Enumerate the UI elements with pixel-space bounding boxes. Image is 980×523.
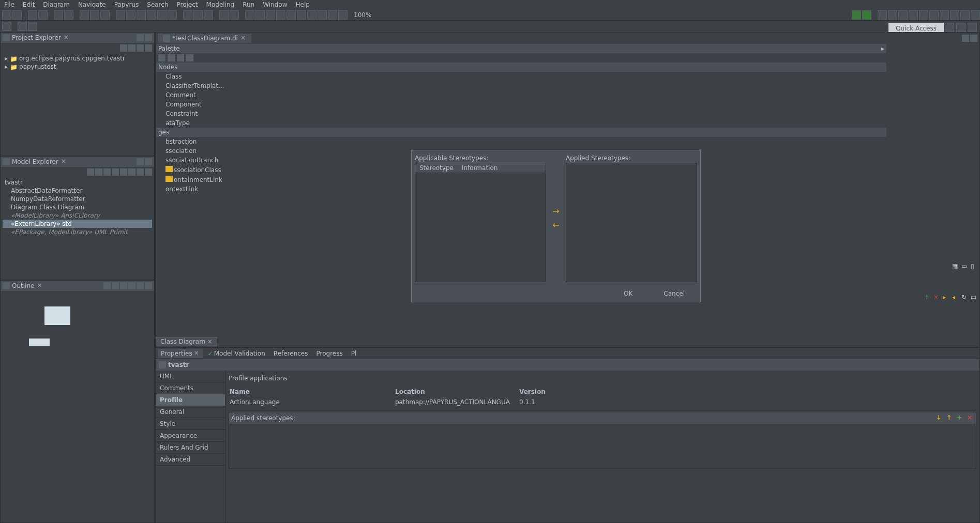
add-icon[interactable]: +	[924, 294, 931, 301]
project-tree[interactable]: ▸ 📁org.eclipse.papyrus.cppgen.tvastr ▸ 📁…	[1, 53, 154, 156]
tree-item[interactable]: AbstractDataFormatter	[3, 187, 152, 195]
minimize-icon[interactable]	[137, 282, 144, 289]
tab-pl[interactable]: Pl	[348, 349, 360, 358]
menu-edit[interactable]: Edit	[20, 1, 38, 8]
menu-window[interactable]: Window	[260, 1, 290, 8]
marquee-icon[interactable]	[168, 54, 175, 61]
tree-item[interactable]: NumpyDataReformatter	[3, 195, 152, 203]
add-icon[interactable]: +	[955, 413, 963, 422]
zoom-level[interactable]: 100%	[354, 11, 371, 19]
tab-validation[interactable]: ✓ Model Validation	[205, 349, 268, 358]
toolbar-icon[interactable]: ▦	[952, 263, 959, 270]
toolbar-button[interactable]	[287, 10, 296, 20]
nav-back-icon[interactable]	[852, 10, 861, 20]
toolbar-button[interactable]	[971, 10, 980, 20]
ptab-advanced[interactable]: Advanced	[156, 454, 225, 466]
minimize-icon[interactable]	[137, 34, 144, 41]
toolbar-button[interactable]	[54, 10, 63, 20]
filter-icon[interactable]	[137, 44, 144, 52]
toolbar-button[interactable]	[898, 10, 908, 20]
toolbar-button[interactable]	[90, 10, 99, 20]
menu-project[interactable]: Project	[174, 1, 201, 8]
toolbar-button[interactable]	[2, 10, 11, 20]
toolbar-button[interactable]	[183, 10, 192, 20]
toolbar-button[interactable]	[888, 10, 897, 20]
applicable-list[interactable]: Stereotype Information	[415, 163, 546, 282]
toolbar-button[interactable]	[266, 10, 275, 20]
maximize-icon[interactable]	[970, 35, 977, 42]
menu-papyrus[interactable]: Papyrus	[111, 1, 142, 8]
toolbar-button[interactable]	[2, 22, 11, 31]
apply-arrow-icon[interactable]: →	[552, 206, 559, 216]
nav-icon[interactable]: ▸	[943, 294, 950, 301]
close-icon[interactable]: ×	[207, 338, 213, 345]
menu-search[interactable]: Search	[144, 1, 171, 8]
toolbar-icon[interactable]	[120, 168, 127, 176]
applied-list[interactable]	[566, 163, 697, 282]
perspective-button[interactable]	[956, 23, 966, 32]
toolbar-button[interactable]	[147, 10, 156, 20]
ptab-style[interactable]: Style	[156, 418, 225, 430]
toolbar-icon[interactable]	[128, 168, 135, 176]
tree-item[interactable]: ▸ 📁org.eclipse.papyrus.cppgen.tvastr	[3, 54, 152, 63]
ptab-appearance[interactable]: Appearance	[156, 430, 225, 442]
toolbar-button[interactable]	[950, 10, 959, 20]
tab-progress[interactable]: Progress	[313, 349, 346, 358]
ptab-uml[interactable]: UML	[156, 371, 225, 382]
ptab-comments[interactable]: Comments	[156, 382, 225, 394]
diagram-tab[interactable]: Class Diagram ×	[156, 337, 217, 346]
close-icon[interactable]: ×	[36, 283, 42, 289]
ok-button[interactable]: OK	[624, 290, 632, 297]
tree-item[interactable]: «EPackage, ModelLibrary» UML Primit	[3, 228, 152, 236]
toolbar-icon[interactable]	[128, 282, 135, 289]
toolbar-button[interactable]	[80, 10, 89, 20]
profile-table[interactable]: Name Location Version ActionLanguage pat…	[229, 386, 976, 407]
toolbar-button[interactable]	[126, 10, 135, 20]
toolbar-button[interactable]	[204, 10, 213, 20]
tree-item[interactable]: Diagram Class Diagram	[3, 203, 152, 211]
maximize-icon[interactable]: ▯	[971, 263, 978, 270]
toolbar-button[interactable]	[929, 10, 939, 20]
minimize-icon[interactable]: ▭	[961, 263, 969, 270]
cancel-button[interactable]: Cancel	[664, 290, 685, 297]
menu-navigate[interactable]: Navigate	[75, 1, 109, 8]
perspective-switcher[interactable]	[945, 23, 977, 32]
palette-item-datatype[interactable]: ataType	[156, 118, 886, 128]
ptab-general[interactable]: General	[156, 406, 225, 418]
toolbar-button[interactable]	[38, 10, 48, 20]
toolbar-button[interactable]	[909, 10, 918, 20]
toolbar-button[interactable]	[245, 10, 254, 20]
chevron-right-icon[interactable]: ▸	[881, 45, 884, 52]
perspective-button[interactable]	[945, 23, 954, 32]
menu-diagram[interactable]: Diagram	[40, 1, 73, 8]
toolbar-button[interactable]	[297, 10, 306, 20]
table-row[interactable]: ActionLanguage	[229, 397, 394, 407]
palette-item-constraint[interactable]: Constraint	[156, 109, 886, 118]
toolbar-button[interactable]	[338, 10, 348, 20]
outline-canvas[interactable]	[1, 291, 154, 522]
palette-category-edges[interactable]: ges	[156, 128, 886, 137]
toolbar-button[interactable]	[318, 10, 327, 20]
perspective-button[interactable]	[968, 23, 977, 32]
maximize-icon[interactable]	[145, 282, 152, 289]
toolbar-button[interactable]	[193, 10, 203, 20]
toolbar-button[interactable]	[307, 10, 316, 20]
toolbar-icon[interactable]	[145, 168, 152, 176]
toolbar-button[interactable]	[219, 10, 229, 20]
toolbar-icon[interactable]: ▭	[971, 294, 978, 301]
close-icon[interactable]: ×	[193, 350, 200, 357]
toolbar-button[interactable]	[276, 10, 285, 20]
toolbar-button[interactable]	[137, 10, 146, 20]
tree-item[interactable]: ▸ 📁papyrustest	[3, 63, 152, 71]
toolbar-button[interactable]	[28, 22, 37, 31]
tree-item[interactable]: tvastr	[3, 178, 152, 187]
menu-help[interactable]: Help	[293, 1, 313, 8]
toolbar-icon[interactable]: ↻	[961, 294, 969, 301]
tab-references[interactable]: References	[270, 349, 311, 358]
menu-run[interactable]: Run	[239, 1, 258, 8]
unapply-arrow-icon[interactable]: ←	[552, 220, 559, 230]
move-up-icon[interactable]: ↑	[945, 413, 953, 422]
toolbar-button[interactable]	[157, 10, 167, 20]
toolbar-button[interactable]	[18, 22, 27, 31]
toolbar-icon[interactable]	[137, 168, 144, 176]
